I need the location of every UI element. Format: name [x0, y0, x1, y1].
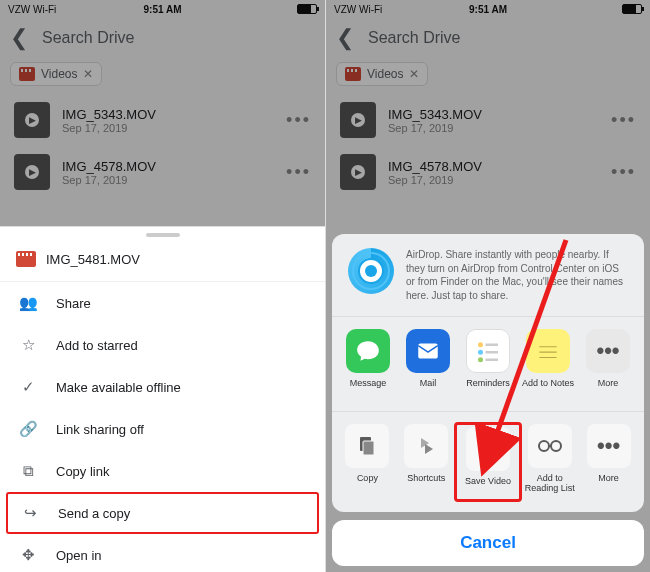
file-name: IMG_5343.MOV [62, 107, 274, 122]
ios-share-sheet: AirDrop. Share instantly with people nea… [332, 234, 644, 566]
back-icon[interactable]: ❮ [336, 25, 354, 51]
airdrop-row[interactable]: AirDrop. Share instantly with people nea… [332, 234, 644, 317]
action-label: Copy [357, 474, 378, 494]
svg-point-18 [551, 441, 561, 451]
share-action-save-video[interactable]: Save Video [459, 427, 517, 497]
menu-label: Copy link [56, 464, 109, 479]
more-icon[interactable]: ••• [286, 110, 311, 131]
share-action-shortcuts[interactable]: Shortcuts [397, 424, 455, 500]
star-icon: ☆ [18, 336, 38, 354]
page-title: Search Drive [42, 29, 134, 47]
filter-chip-videos[interactable]: Videos ✕ [336, 62, 428, 86]
svg-point-1 [365, 265, 377, 277]
file-row[interactable]: ▶ IMG_5343.MOV Sep 17, 2019 ••• [0, 94, 325, 146]
menu-item-star[interactable]: ☆Add to starred [0, 324, 325, 366]
close-icon[interactable]: ✕ [83, 67, 93, 81]
video-icon [345, 67, 361, 81]
menu-item-send[interactable]: ↪Send a copy [6, 492, 319, 534]
app-label: Reminders [466, 379, 510, 399]
copy-icon [345, 424, 389, 468]
save-icon [466, 427, 510, 471]
share-app-add-to-notes[interactable]: Add to Notes [519, 329, 577, 399]
battery-icon [622, 4, 642, 14]
video-thumb-icon: ▶ [340, 154, 376, 190]
menu-label: Link sharing off [56, 422, 144, 437]
share-app-reminders[interactable]: Reminders [459, 329, 517, 399]
filter-chip-videos[interactable]: Videos ✕ [10, 62, 102, 86]
file-date: Sep 17, 2019 [62, 122, 274, 134]
share-app-more[interactable]: •••More [579, 329, 637, 399]
svg-point-5 [478, 342, 483, 347]
video-thumb-icon: ▶ [14, 154, 50, 190]
share-icon: 👥 [18, 294, 38, 312]
chip-label: Videos [367, 67, 403, 81]
send-icon: ↪ [20, 504, 40, 522]
file-list: ▶ IMG_5343.MOV Sep 17, 2019 ••• ▶ IMG_45… [0, 90, 325, 202]
video-icon [16, 251, 36, 267]
chip-label: Videos [41, 67, 77, 81]
note-icon [526, 329, 570, 373]
share-action-more[interactable]: •••More [580, 424, 638, 500]
menu-item-openin[interactable]: ✥Open in [0, 534, 325, 572]
linkoff-icon: 🔗 [18, 420, 38, 438]
menu-label: Open in [56, 548, 102, 563]
menu-label: Add to starred [56, 338, 138, 353]
menu-item-linkoff[interactable]: 🔗Link sharing off [0, 408, 325, 450]
rem-icon [466, 329, 510, 373]
app-label: Message [350, 379, 387, 399]
status-bar: VZW Wi-Fi 9:51 AM [0, 0, 325, 18]
sheet-header: IMG_5481.MOV [0, 237, 325, 282]
page-title: Search Drive [368, 29, 460, 47]
app-label: More [598, 379, 619, 399]
more-icon[interactable]: ••• [286, 162, 311, 183]
file-date: Sep 17, 2019 [62, 174, 274, 186]
file-row[interactable]: ▶ IMG_4578.MOV Sep 17, 2019 ••• [0, 146, 325, 198]
copylink-icon: ⧉ [18, 462, 38, 480]
app-label: Mail [420, 379, 437, 399]
left-phone: VZW Wi-Fi 9:51 AM ❮ Search Drive Videos … [0, 0, 325, 572]
more-icon[interactable]: ••• [611, 110, 636, 131]
file-date: Sep 17, 2019 [388, 122, 599, 134]
clock: 9:51 AM [0, 4, 325, 15]
file-list: ▶ IMG_5343.MOV Sep 17, 2019 ••• ▶ IMG_45… [326, 90, 650, 202]
action-label: Add to Reading List [521, 474, 579, 494]
app-label: Add to Notes [522, 379, 574, 399]
share-app-message[interactable]: Message [339, 329, 397, 399]
back-icon[interactable]: ❮ [10, 25, 28, 51]
airdrop-text: AirDrop. Share instantly with people nea… [406, 248, 628, 302]
file-date: Sep 17, 2019 [388, 174, 599, 186]
status-bar: VZW Wi-Fi 9:51 AM [326, 0, 650, 18]
menu-item-copylink[interactable]: ⧉Copy link [0, 450, 325, 492]
video-icon [19, 67, 35, 81]
more-icon: ••• [586, 329, 630, 373]
close-icon[interactable]: ✕ [409, 67, 419, 81]
right-phone: VZW Wi-Fi 9:51 AM ❮ Search Drive Videos … [325, 0, 650, 572]
share-action-add-to-reading-list[interactable]: Add to Reading List [521, 424, 579, 500]
menu-item-share[interactable]: 👥Share [0, 282, 325, 324]
nav-bar: ❮ Search Drive [0, 18, 325, 58]
menu-label: Send a copy [58, 506, 130, 521]
svg-point-7 [478, 357, 483, 362]
file-row[interactable]: ▶ IMG_4578.MOV Sep 17, 2019 ••• [326, 146, 650, 198]
menu-item-offline[interactable]: ✓Make available offline [0, 366, 325, 408]
clock: 9:51 AM [326, 4, 650, 15]
menu-label: Share [56, 296, 91, 311]
file-name: IMG_4578.MOV [388, 159, 599, 174]
file-row[interactable]: ▶ IMG_5343.MOV Sep 17, 2019 ••• [326, 94, 650, 146]
msg-icon [346, 329, 390, 373]
menu-label: Make available offline [56, 380, 181, 395]
cancel-button[interactable]: Cancel [332, 520, 644, 566]
svg-rect-4 [418, 343, 438, 358]
share-app-mail[interactable]: Mail [399, 329, 457, 399]
share-action-copy[interactable]: Copy [338, 424, 396, 500]
openin-icon: ✥ [18, 546, 38, 564]
more-icon[interactable]: ••• [611, 162, 636, 183]
glasses-icon [528, 424, 572, 468]
svg-rect-15 [363, 441, 374, 455]
share-apps-row: MessageMailRemindersAdd to Notes•••More [332, 317, 644, 412]
battery-icon [297, 4, 317, 14]
action-label: More [598, 474, 619, 494]
offline-icon: ✓ [18, 378, 38, 396]
file-name: IMG_4578.MOV [62, 159, 274, 174]
svg-point-17 [539, 441, 549, 451]
